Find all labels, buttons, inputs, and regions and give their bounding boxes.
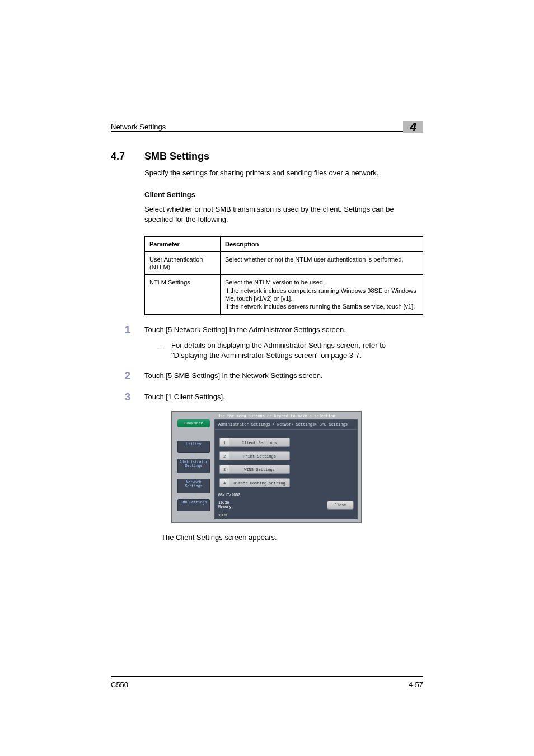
table-row: User Authentication (NTLM) Select whethe… — [145, 251, 423, 275]
table-head-param: Parameter — [145, 236, 221, 251]
menu-number: 4 — [219, 478, 229, 487]
page-footer: C550 4-57 — [111, 676, 423, 689]
step-1: 1 Touch [5 Network Setting] in the Admin… — [111, 325, 423, 361]
menu-label: WINS Settings — [229, 465, 290, 474]
status-date: 08/17/2007 — [218, 493, 240, 497]
step-subtext: For details on displaying the Administra… — [171, 340, 423, 361]
menu-number: 2 — [219, 451, 229, 460]
subsection-title: Client Settings — [144, 190, 423, 199]
menu-wins-settings[interactable]: 3 WINS Settings — [219, 465, 290, 474]
table-head-desc: Description — [221, 236, 423, 251]
table-row: NTLM Settings Select the NTLM version to… — [145, 275, 423, 314]
status-info: 08/17/2007 10:30 Memory 100% — [218, 493, 240, 517]
breadcrumb: Administrator Settings > Network Setting… — [215, 420, 357, 430]
panel-side-nav: Utility ▾ Administrator Settings ▾ Netwo… — [177, 441, 210, 512]
panel-menu-list: 1 Client Settings 2 Print Settings 3 WIN… — [215, 438, 290, 492]
menu-print-settings[interactable]: 2 Print Settings — [219, 451, 290, 460]
step-text: Touch [5 Network Setting] in the Adminis… — [144, 325, 346, 334]
side-smb-settings[interactable]: SMB Settings — [177, 499, 210, 511]
step-number: 3 — [111, 392, 144, 403]
printer-panel: Use the menu buttons or keypad to make a… — [171, 411, 362, 523]
footer-model: C550 — [111, 680, 128, 689]
arrow-down-icon: ▾ — [177, 474, 210, 479]
side-utility[interactable]: Utility — [177, 441, 210, 453]
section-title: SMB Settings — [144, 151, 209, 162]
step-text: Touch [5 SMB Settings] in the Network Se… — [144, 371, 323, 380]
panel-instruction: Use the menu buttons or keypad to make a… — [218, 414, 358, 418]
menu-number: 3 — [219, 465, 229, 474]
arrow-down-icon: ▾ — [177, 494, 210, 499]
header-title: Network Settings — [111, 123, 166, 131]
arrow-down-icon: ▾ — [177, 454, 210, 459]
status-mem-label: Memory — [218, 505, 240, 509]
side-network-settings[interactable]: Network Settings — [177, 479, 210, 493]
section-number: 4.7 — [111, 151, 144, 162]
step-text: Touch [1 Client Settings]. — [144, 393, 225, 401]
menu-label: Direct Hosting Setting — [229, 478, 290, 487]
menu-label: Client Settings — [229, 438, 290, 447]
menu-direct-hosting[interactable]: 4 Direct Hosting Setting — [219, 478, 290, 487]
subsection-intro: Select whether or not SMB transmission i… — [144, 204, 423, 225]
step-result: The Client Settings screen appears. — [161, 533, 423, 542]
table-cell-desc: Select whether or not the NTLM user auth… — [221, 251, 423, 275]
menu-label: Print Settings — [229, 451, 290, 460]
step-number: 1 — [111, 325, 144, 361]
dash-icon: – — [144, 340, 171, 361]
chapter-number: 4 — [403, 121, 423, 133]
status-time: 10:30 — [218, 501, 240, 505]
menu-client-settings[interactable]: 1 Client Settings — [219, 438, 290, 447]
step-number: 2 — [111, 371, 144, 382]
table-cell-desc: Select the NTLM version to be used. If t… — [221, 275, 423, 314]
section-intro: Specify the settings for sharing printer… — [144, 168, 423, 178]
footer-page: 4-57 — [409, 680, 423, 689]
section-heading: 4.7 SMB Settings — [111, 151, 423, 162]
table-cell-param: User Authentication (NTLM) — [145, 251, 221, 275]
panel-status-bar: 08/17/2007 10:30 Memory 100% Close — [218, 493, 354, 517]
panel-main-area: Administrator Settings > Network Setting… — [214, 419, 358, 519]
status-mem-value: 100% — [218, 514, 240, 517]
step-subitem: – For details on displaying the Administ… — [144, 340, 423, 361]
step-3: 3 Touch [1 Client Settings]. — [111, 392, 423, 403]
table-cell-param: NTLM Settings — [145, 275, 221, 314]
step-2: 2 Touch [5 SMB Settings] in the Network … — [111, 371, 423, 382]
parameter-table: Parameter Description User Authenticatio… — [144, 236, 423, 315]
side-admin-settings[interactable]: Administrator Settings — [177, 459, 210, 473]
page-header: Network Settings 4 — [111, 118, 423, 132]
bookmark-button[interactable]: Bookmark — [177, 419, 210, 427]
close-button[interactable]: Close — [327, 501, 354, 510]
menu-number: 1 — [219, 438, 229, 447]
